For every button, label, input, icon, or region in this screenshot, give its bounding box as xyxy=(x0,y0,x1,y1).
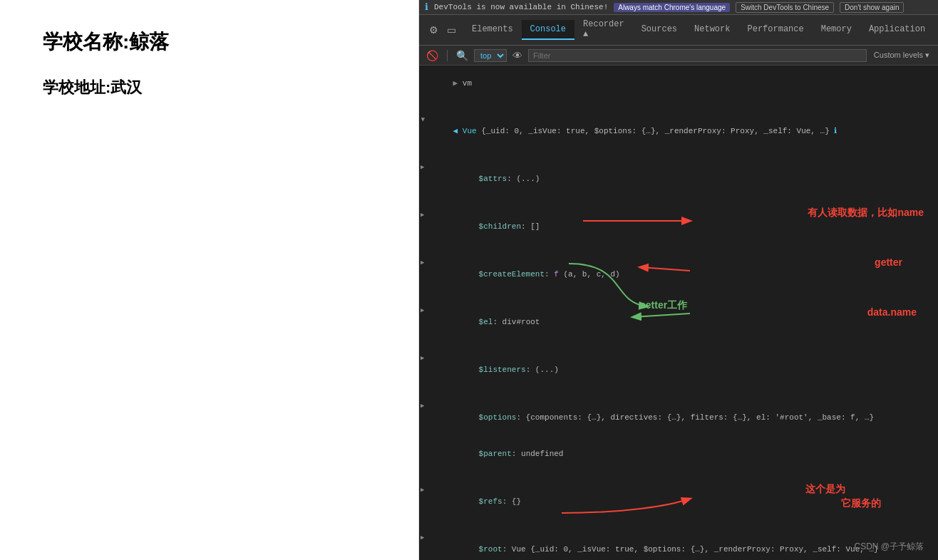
expand-icon[interactable]: ▶ xyxy=(421,353,424,364)
tab-application[interactable]: Application xyxy=(860,20,934,40)
switch-to-chinese-button[interactable]: Switch DevTools to Chinese xyxy=(736,2,834,13)
school-addr: 学校地址:武汉 xyxy=(43,77,376,98)
device-emulation-icon[interactable]: ▭ xyxy=(444,23,459,37)
tab-bar: ⚙ ▭ Elements Console Recorder ▲ Sources … xyxy=(419,15,938,46)
tab-toolbar-icons: ⚙ ▭ xyxy=(422,23,463,37)
console-parent: $parent: undefined xyxy=(419,436,938,472)
filter-icon[interactable]: 🔍 xyxy=(453,48,471,63)
devtools-settings-icon[interactable]: ⚙ xyxy=(426,23,441,37)
expand-icon[interactable]: ▶ xyxy=(421,484,424,496)
console-create-element: ▶ $createElement: f (a, b, c, d) xyxy=(419,245,938,293)
tab-sources[interactable]: Sources xyxy=(633,20,686,40)
notif-message: DevTools is now available in Chinese! xyxy=(434,3,608,11)
console-listeners: ▶ $listeners: (...) xyxy=(419,341,938,388)
tab-network[interactable]: Network xyxy=(686,20,738,40)
expand-icon[interactable]: ▶ xyxy=(421,532,424,544)
console-toolbar: 🚫 🔍 top 👁 Custom levels ▾ xyxy=(419,46,938,66)
console-output[interactable]: ▶ vm ▶ ◀ Vue {_uid: 0, _isVue: true, $op… xyxy=(419,66,938,560)
console-el: ▶ $el: div#root xyxy=(419,293,938,341)
eye-icon[interactable]: 👁 xyxy=(510,48,525,63)
console-vue-line: ▶ ◀ Vue {_uid: 0, _isVue: true, $options… xyxy=(419,102,938,150)
left-panel: 学校名称:鲸落 学校地址:武汉 xyxy=(0,0,419,560)
expand-icon[interactable]: ▶ xyxy=(421,400,424,412)
tab-memory[interactable]: Memory xyxy=(813,20,860,40)
tab-elements[interactable]: Elements xyxy=(463,20,522,40)
tab-console[interactable]: Console xyxy=(522,20,574,40)
devtools-panel: ℹ DevTools is now available in Chinese! … xyxy=(419,0,938,560)
school-name: 学校名称:鲸落 xyxy=(43,28,376,56)
notification-bar: ℹ DevTools is now available in Chinese! … xyxy=(419,0,938,15)
expand-icon[interactable]: ▶ xyxy=(421,305,424,316)
console-refs: ▶ $refs: {} xyxy=(419,472,938,520)
dismiss-button[interactable]: Don't show again xyxy=(840,2,904,13)
tab-recorder[interactable]: Recorder ▲ xyxy=(574,15,633,45)
console-vm-line: ▶ vm xyxy=(419,66,938,102)
expand-icon[interactable]: ▶ xyxy=(419,118,428,121)
expand-icon[interactable]: ▶ xyxy=(421,209,424,221)
expand-icon[interactable]: ▶ xyxy=(421,257,424,269)
expand-icon[interactable]: ▶ xyxy=(421,162,424,173)
filter-input[interactable] xyxy=(528,49,867,62)
tab-performance[interactable]: Performance xyxy=(738,20,812,40)
info-icon: ℹ xyxy=(425,1,428,13)
console-attrs: ▶ $attrs: (...) xyxy=(419,150,938,197)
clear-console-button[interactable]: 🚫 xyxy=(423,48,441,63)
context-selector[interactable]: top xyxy=(474,49,507,62)
csdn-watermark: CSDN @子予鲸落 xyxy=(854,541,924,553)
match-language-button[interactable]: Always match Chrome's language xyxy=(614,3,730,12)
console-root: ▶ $root: Vue {_uid: 0, _isVue: true, $op… xyxy=(419,520,938,560)
separator xyxy=(447,50,448,61)
more-tabs-button[interactable]: » xyxy=(934,20,938,40)
console-options: ▶ $options: {components: {…}, directives… xyxy=(419,388,938,436)
console-children: ▶ $children: [] xyxy=(419,197,938,245)
custom-levels-button[interactable]: Custom levels ▾ xyxy=(870,49,934,61)
